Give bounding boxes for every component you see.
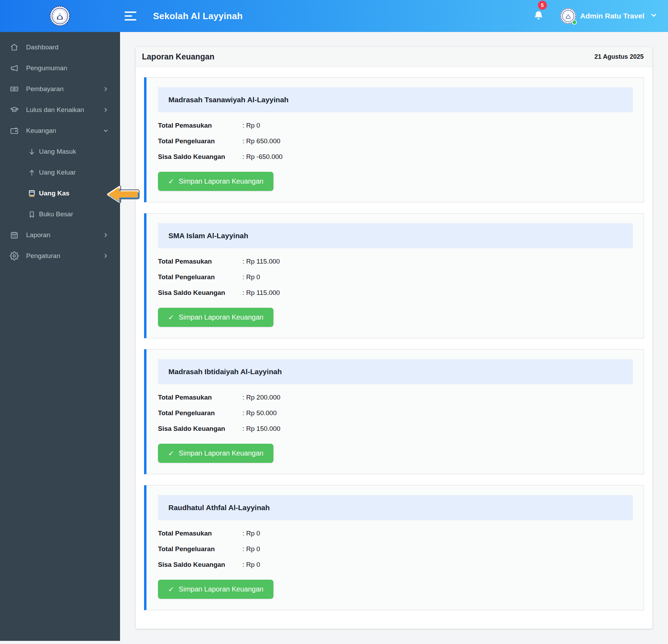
panel-body: Madrasah Tsanawiyah Al-Layyinah Total Pe…	[136, 67, 652, 629]
row-value: : Rp 650.000	[242, 137, 280, 145]
wallet-icon	[10, 126, 19, 135]
sidebar-item-label: Pengumuman	[26, 64, 67, 72]
school-name: Madrasah Tsanawiyah Al-Layyinah	[168, 96, 288, 104]
notifications-button[interactable]: 5	[532, 9, 545, 23]
card-header-band: Madrasah Ibtidaiyah Al-Layyinah	[158, 359, 633, 384]
finance-row: Total Pemasukan : Rp 0	[158, 121, 633, 129]
row-value: : Rp -650.000	[242, 153, 283, 161]
row-label: Total Pemasukan	[158, 394, 242, 401]
save-report-button-label: Simpan Laporan Keuangan	[179, 177, 264, 185]
row-label: Total Pemasukan	[158, 258, 242, 265]
sidebar-item-pembayaran[interactable]: Pembayaran	[0, 79, 120, 99]
check-icon: ✓	[168, 177, 174, 186]
sidebar-item-label: Uang Kas	[39, 190, 70, 197]
sidebar-item-laporan[interactable]: Laporan	[0, 225, 120, 245]
home-icon	[10, 43, 19, 52]
sidebar: Dashboard Pengumuman Pembayaran Lulus da…	[0, 32, 120, 641]
row-value: : Rp 115.000	[242, 289, 280, 297]
row-label: Sisa Saldo Keuangan	[158, 153, 242, 161]
finance-row: Total Pemasukan : Rp 0	[158, 529, 633, 537]
row-value: : Rp 0	[242, 545, 260, 553]
finance-row: Sisa Saldo Keuangan : Rp 0	[158, 561, 633, 569]
school-finance-card-sma: SMA Islam Al-Layyinah Total Pemasukan : …	[144, 213, 644, 338]
card-header-band: Madrasah Tsanawiyah Al-Layyinah	[158, 87, 633, 112]
sidebar-item-uang-keluar[interactable]: Uang Keluar	[0, 162, 120, 183]
cash-book-icon	[28, 190, 36, 198]
sidebar-item-label: Dashboard	[26, 43, 58, 51]
app-header: Sekolah Al Layyinah 5 Admin Ra	[0, 0, 668, 32]
finance-rows: Total Pemasukan : Rp 0 Total Pengeluaran…	[158, 529, 633, 569]
finance-row: Total Pengeluaran : Rp 0	[158, 545, 633, 553]
notification-badge: 5	[538, 1, 547, 10]
main-content: Laporan Keuangan 21 Agustus 2025 Madrasa…	[120, 32, 668, 641]
finance-row: Total Pengeluaran : Rp 50.000	[158, 409, 633, 417]
finance-row: Sisa Saldo Keuangan : Rp 115.000	[158, 289, 633, 297]
sidebar-item-dashboard[interactable]: Dashboard	[0, 37, 120, 58]
sidebar-item-label: Laporan	[26, 231, 50, 239]
row-label: Total Pengeluaran	[158, 545, 242, 553]
page-title: Laporan Keuangan	[142, 52, 214, 62]
row-value: : Rp 50.000	[242, 409, 277, 417]
laporan-keuangan-panel: Laporan Keuangan 21 Agustus 2025 Madrasa…	[136, 47, 652, 629]
chevron-right-icon	[103, 232, 109, 238]
row-value: : Rp 0	[242, 273, 260, 281]
save-report-button[interactable]: ✓ Simpan Laporan Keuangan	[158, 172, 273, 191]
finance-row: Total Pengeluaran : Rp 0	[158, 273, 633, 281]
arrow-up-icon	[28, 169, 36, 177]
save-report-button-label: Simpan Laporan Keuangan	[179, 449, 264, 457]
finance-row: Sisa Saldo Keuangan : Rp -650.000	[158, 153, 633, 161]
megaphone-icon	[10, 64, 19, 73]
chevron-down-icon	[103, 128, 109, 134]
online-status-dot	[572, 20, 577, 25]
save-report-button[interactable]: ✓ Simpan Laporan Keuangan	[158, 444, 273, 463]
sidebar-item-keuangan[interactable]: Keuangan	[0, 120, 120, 141]
finance-row: Sisa Saldo Keuangan : Rp 150.000	[158, 425, 633, 433]
finance-rows: Total Pemasukan : Rp 200.000 Total Penge…	[158, 393, 633, 433]
row-value: : Rp 0	[242, 561, 260, 569]
panel-header: Laporan Keuangan 21 Agustus 2025	[136, 47, 652, 67]
sidebar-item-label: Pengaturan	[26, 252, 60, 260]
sidebar-item-buku-besar[interactable]: Buku Besar	[0, 204, 120, 225]
graduation-cap-icon	[10, 105, 19, 114]
menu-toggle-button[interactable]	[125, 11, 138, 21]
sidebar-item-uang-masuk[interactable]: Uang Masuk	[0, 141, 120, 162]
row-label: Total Pemasukan	[158, 122, 242, 129]
row-label: Total Pengeluaran	[158, 137, 242, 145]
sidebar-item-label: Uang Masuk	[39, 148, 76, 155]
school-name: SMA Islam Al-Layyinah	[168, 232, 248, 240]
check-icon: ✓	[168, 449, 174, 458]
sidebar-item-lulus-dan-kenaikan[interactable]: Lulus dan Kenaikan	[0, 99, 120, 120]
gear-icon	[10, 251, 19, 260]
sidebar-item-pengaturan[interactable]: Pengaturan	[0, 245, 120, 266]
school-name: Raudhatul Athfal Al-Layyinah	[168, 504, 270, 512]
row-value: : Rp 0	[242, 122, 260, 129]
school-finance-card-mts: Madrasah Tsanawiyah Al-Layyinah Total Pe…	[144, 77, 644, 202]
card-header-band: Raudhatul Athfal Al-Layyinah	[158, 495, 633, 520]
sidebar-item-pengumuman[interactable]: Pengumuman	[0, 58, 120, 79]
sidebar-item-label: Pembayaran	[26, 85, 64, 93]
row-label: Sisa Saldo Keuangan	[158, 289, 242, 297]
chevron-down-icon	[650, 11, 658, 21]
chevron-right-icon	[103, 107, 109, 113]
sidebar-item-uang-kas[interactable]: Uang Kas	[0, 183, 120, 204]
card-header-band: SMA Islam Al-Layyinah	[158, 223, 633, 248]
calendar-icon	[10, 231, 19, 240]
row-value: : Rp 200.000	[242, 394, 280, 401]
app-title: Sekolah Al Layyinah	[153, 11, 243, 22]
save-report-button[interactable]: ✓ Simpan Laporan Keuangan	[158, 580, 273, 599]
row-label: Total Pengeluaran	[158, 273, 242, 281]
check-icon: ✓	[168, 585, 174, 594]
banknote-icon	[10, 84, 19, 94]
bookmark-icon	[28, 210, 36, 218]
row-label: Sisa Saldo Keuangan	[158, 561, 242, 569]
row-value: : Rp 115.000	[242, 258, 280, 265]
chevron-right-icon	[103, 86, 109, 92]
sidebar-item-label: Lulus dan Kenaikan	[26, 106, 84, 114]
finance-row: Total Pengeluaran : Rp 650.000	[158, 137, 633, 145]
school-name: Madrasah Ibtidaiyah Al-Layyinah	[168, 368, 282, 376]
school-logo-icon	[49, 6, 70, 26]
save-report-button[interactable]: ✓ Simpan Laporan Keuangan	[158, 308, 273, 327]
report-date: 21 Agustus 2025	[595, 53, 644, 61]
user-menu[interactable]: Admin Ratu Travel	[560, 8, 658, 24]
avatar	[560, 8, 576, 24]
